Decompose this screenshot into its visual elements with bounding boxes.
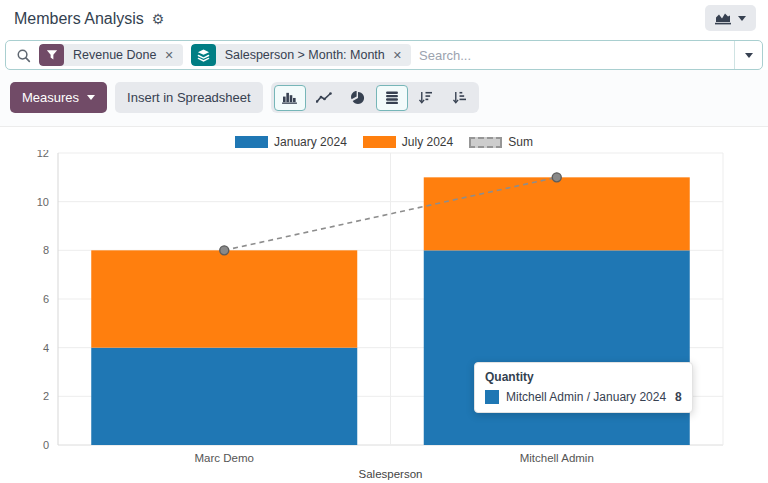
- svg-text:12: 12: [37, 150, 49, 159]
- sort-amount-desc-icon: [418, 91, 433, 104]
- svg-text:4: 4: [43, 342, 49, 354]
- tooltip-swatch: [485, 390, 499, 404]
- line-chart-button[interactable]: [308, 85, 340, 111]
- sort-ascending-button[interactable]: [444, 85, 476, 111]
- svg-text:10: 10: [37, 196, 49, 208]
- tooltip-value: 8: [675, 390, 682, 404]
- insert-label: Insert in Spreadsheet: [127, 90, 251, 105]
- svg-text:Salesperson: Salesperson: [359, 468, 423, 480]
- facet-remove-icon[interactable]: ✕: [391, 44, 411, 66]
- view-switcher-button[interactable]: [705, 5, 756, 31]
- chart-legend: January 2024 July 2024 Sum: [0, 134, 768, 150]
- sort-amount-asc-icon: [452, 91, 467, 104]
- svg-text:Marc Demo: Marc Demo: [195, 452, 254, 464]
- bar-segment[interactable]: [91, 250, 357, 347]
- search-dropdown-toggle[interactable]: [734, 41, 762, 69]
- search-input[interactable]: [419, 48, 734, 63]
- pie-chart-icon: [351, 91, 365, 105]
- page-title: Members Analysis: [14, 10, 144, 28]
- measures-button[interactable]: Measures: [10, 82, 107, 113]
- stacked-toggle-button[interactable]: [376, 85, 408, 111]
- legend-item-july-2024[interactable]: July 2024: [363, 135, 453, 149]
- legend-label: Sum: [508, 135, 533, 149]
- line-chart-icon: [316, 92, 332, 104]
- gear-icon[interactable]: ⚙: [152, 12, 165, 26]
- bar-segment[interactable]: [424, 250, 690, 445]
- facet-groupby-salesperson-month[interactable]: Salesperson > Month: Month ✕: [191, 44, 411, 66]
- insert-in-spreadsheet-button[interactable]: Insert in Spreadsheet: [115, 82, 263, 113]
- facet-remove-icon[interactable]: ✕: [162, 44, 182, 66]
- legend-item-sum[interactable]: Sum: [469, 135, 533, 149]
- facet-label: Revenue Done: [64, 44, 162, 66]
- legend-label: January 2024: [274, 135, 347, 149]
- svg-text:2: 2: [43, 390, 49, 402]
- legend-item-january-2024[interactable]: January 2024: [235, 135, 347, 149]
- chart-type-button-group: [271, 82, 479, 113]
- chevron-down-icon: [87, 95, 95, 100]
- bar-segment[interactable]: [91, 348, 357, 445]
- search-bar: Revenue Done ✕ Salesperson > Month: Mont…: [5, 40, 763, 70]
- pie-chart-button[interactable]: [342, 85, 374, 111]
- svg-text:0: 0: [43, 439, 49, 451]
- sort-descending-button[interactable]: [410, 85, 442, 111]
- bar-segment[interactable]: [424, 177, 690, 250]
- facet-filter-revenue-done[interactable]: Revenue Done ✕: [39, 44, 183, 66]
- legend-swatch: [469, 137, 502, 148]
- svg-text:8: 8: [43, 244, 49, 256]
- svg-text:Mitchell Admin: Mitchell Admin: [520, 452, 594, 464]
- bar-chart-button[interactable]: [274, 85, 306, 111]
- tooltip-label: Mitchell Admin / January 2024: [506, 390, 666, 404]
- chart-zone: January 2024 July 2024 Sum 024681012Marc…: [0, 134, 768, 483]
- search-icon: [16, 48, 31, 63]
- legend-label: July 2024: [402, 135, 453, 149]
- area-chart-icon: [715, 12, 731, 25]
- measures-label: Measures: [22, 90, 79, 105]
- chevron-down-icon: [738, 16, 746, 21]
- legend-swatch: [363, 136, 396, 148]
- tooltip-row: Mitchell Admin / January 2024 8: [485, 390, 682, 404]
- svg-text:6: 6: [43, 293, 49, 305]
- stacked-bar-chart-canvas[interactable]: 024681012Marc DemoMitchell AdminSalesper…: [0, 150, 768, 481]
- chevron-down-icon: [745, 53, 753, 58]
- tooltip-measure-title: Quantity: [485, 370, 682, 384]
- chart-tooltip: Quantity Mitchell Admin / January 2024 8: [474, 362, 693, 413]
- header: Members Analysis ⚙: [0, 0, 768, 36]
- bar-chart-icon: [282, 91, 297, 104]
- stacked-database-icon: [385, 91, 399, 104]
- filter-icon: [39, 44, 64, 66]
- legend-swatch: [235, 136, 268, 148]
- facet-label: Salesperson > Month: Month: [216, 44, 391, 66]
- layers-icon: [191, 44, 216, 66]
- toolbar: Measures Insert in Spreadsheet: [0, 70, 768, 127]
